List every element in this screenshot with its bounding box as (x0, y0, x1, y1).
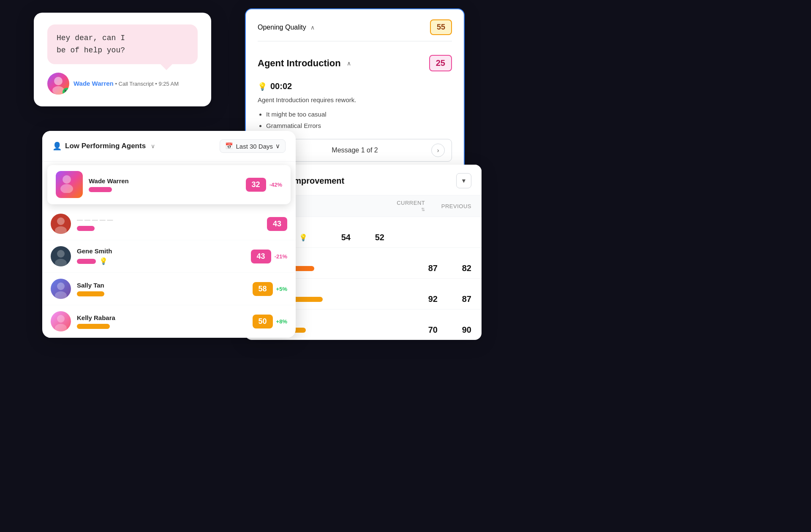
phone-badge: 📞 (63, 88, 69, 95)
agents-card: 👤 Low Performing Agents ∨ 📅 Last 30 Days… (42, 131, 296, 338)
agents-title-section: 👤 Low Performing Agents ∨ (52, 141, 215, 151)
sally-score-area: 58 +5% (253, 282, 287, 296)
chat-line2: be of help you? (57, 46, 125, 54)
intro-description: Agent Introduction requires rework. (258, 95, 452, 105)
date-filter[interactable]: 📅 Last 30 Days ∨ (220, 139, 286, 153)
wade-name: Wade Warren (89, 177, 240, 185)
agent-row-kelly[interactable]: Kelly Rabara 50 +8% (42, 305, 296, 338)
agent-row-gene[interactable]: Gene Smith 💡 43 -21% (42, 240, 296, 273)
gene-score: 43 (251, 250, 271, 263)
date-caret: ∨ (275, 142, 280, 150)
wade-avatar (56, 171, 83, 198)
gene-bar (77, 259, 96, 264)
agent-avatar-2 (51, 214, 71, 234)
scene: Hey dear, can I be of help you? 📞 Wade W… (0, 0, 811, 532)
agents-dropdown-caret[interactable]: ∨ (151, 143, 155, 149)
agents-icon: 👤 (52, 141, 62, 151)
next-message-button[interactable]: › (431, 144, 445, 157)
opening-quality-label: Opening Quality ∧ (258, 24, 315, 31)
agent-row-sally[interactable]: Sally Tan 58 +5% (42, 273, 296, 305)
chat-agent-name: Wade Warren (73, 80, 114, 87)
avatar: 📞 (47, 73, 69, 95)
kelly-bar (77, 324, 110, 329)
gene-info: Gene Smith 💡 (77, 247, 245, 265)
svg-point-9 (55, 291, 67, 299)
sally-info: Sally Tan (77, 282, 247, 296)
sally-score: 58 (253, 282, 273, 296)
lightbulb-icon: 💡 (258, 82, 267, 91)
svg-point-8 (57, 282, 65, 290)
intro-title: Agent Introduction (258, 58, 341, 69)
chat-avatar-row: 📞 Wade Warren • Call Transcript • 9:25 A… (47, 73, 198, 95)
wade-score: 32 (246, 178, 266, 192)
chat-card: Hey dear, can I be of help you? 📞 Wade W… (34, 13, 211, 106)
promptness-current: 70 (416, 325, 438, 335)
flexibility-current: 92 (416, 294, 438, 304)
wade-score-area: 32 -42% (246, 178, 282, 192)
svg-point-6 (57, 250, 65, 258)
kelly-score: 50 (253, 315, 273, 328)
timestamp: 00:02 (270, 81, 292, 91)
gene-score-area: 43 -21% (251, 250, 287, 263)
intro-previous: 52 (363, 233, 384, 242)
sally-change: +5% (276, 286, 287, 292)
kelly-avatar (51, 311, 71, 331)
kelly-score-area: 50 +8% (253, 315, 287, 328)
previous-col-header: Previous (438, 203, 471, 209)
svg-point-2 (63, 175, 71, 184)
message-label: Message 1 of 2 (332, 147, 378, 154)
intro-score: 25 (429, 55, 452, 71)
agents-title: Low Performing Agents (65, 142, 146, 150)
chat-separator: • (115, 81, 118, 87)
chat-time: 9:25 AM (158, 81, 179, 87)
chat-meta: Wade Warren • Call Transcript • 9:25 AM (73, 80, 179, 87)
intro-values: 54 52 (329, 233, 384, 242)
agents-header: 👤 Low Performing Agents ∨ 📅 Last 30 Days… (42, 131, 296, 162)
svg-point-5 (55, 226, 67, 234)
accuracy-values: 87 82 (416, 263, 471, 273)
sally-bar (77, 291, 104, 296)
intro-caret[interactable]: ∧ (347, 60, 351, 67)
kelly-change: +8% (276, 318, 287, 325)
gene-name: Gene Smith (77, 247, 245, 255)
wade-info: Wade Warren (89, 177, 240, 192)
agent-score-area-2: 43 (267, 217, 287, 231)
date-label: Last 30 Days (236, 143, 273, 150)
svg-point-11 (55, 324, 67, 331)
agent-score-2: 43 (267, 217, 287, 231)
promptness-previous: 90 (450, 325, 471, 335)
chat-call-type: Call Transcript (119, 81, 154, 87)
timestamp-row: 💡 00:02 (258, 81, 452, 91)
kelly-name: Kelly Rabara (77, 314, 247, 321)
agent-bar-2 (77, 226, 95, 231)
opening-quality-score: 55 (430, 19, 452, 35)
gene-change: -21% (275, 253, 287, 260)
filter-icon: ▼ (461, 177, 467, 184)
opening-quality-caret[interactable]: ∧ (310, 24, 315, 31)
filter-button[interactable]: ▼ (456, 173, 471, 188)
svg-point-0 (54, 77, 63, 85)
svg-point-7 (55, 259, 67, 266)
intro-section-header: Agent Introduction ∧ 25 (258, 48, 452, 76)
sally-avatar (51, 279, 71, 299)
flexibility-previous: 87 (450, 294, 471, 304)
svg-point-3 (60, 184, 73, 193)
svg-point-4 (57, 217, 65, 225)
date-icon: 📅 (225, 142, 233, 150)
wade-change: -42% (269, 182, 282, 188)
wade-bar (89, 187, 112, 192)
sally-name: Sally Tan (77, 282, 247, 289)
intro-current: 54 (329, 233, 351, 242)
agent-row-2[interactable]: — — — — — 43 (42, 208, 296, 240)
opening-quality-header: Opening Quality ∧ 55 (258, 19, 452, 41)
agent-row-wade[interactable]: Wade Warren 32 -42% (47, 165, 291, 204)
chat-bubble: Hey dear, can I be of help you? (47, 24, 198, 64)
accuracy-current: 87 (416, 263, 438, 273)
gene-lightbulb: 💡 (99, 257, 108, 265)
promptness-values: 70 90 (416, 325, 471, 335)
intro-bullets: It might be too casual Grammatical Error… (258, 109, 452, 131)
accuracy-previous: 82 (450, 263, 471, 273)
sort-icon[interactable]: ⇅ (421, 207, 425, 212)
current-col-header: Current ⇅ (391, 200, 425, 212)
agent-info-2: — — — — — (77, 217, 261, 231)
